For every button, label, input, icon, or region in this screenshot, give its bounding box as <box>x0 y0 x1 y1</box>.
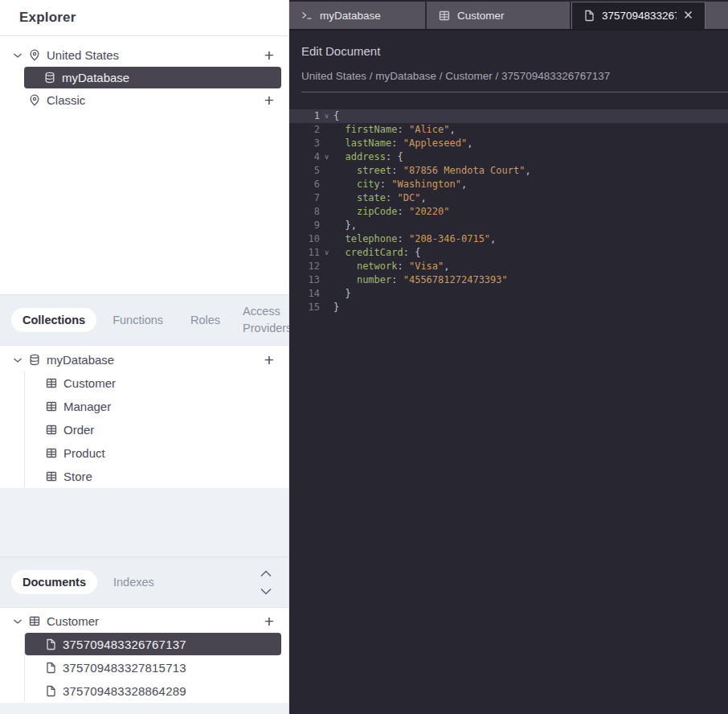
chevron-down-icon[interactable] <box>13 357 22 363</box>
fold-spacer <box>320 301 333 314</box>
chevron-down-icon[interactable] <box>260 588 272 595</box>
fold-spacer <box>320 287 333 301</box>
code-line[interactable]: 8 zipCode: "20220" <box>289 205 728 219</box>
collections-tab-bar: Collections Functions Roles Access Provi… <box>0 294 288 346</box>
table-icon <box>46 378 57 388</box>
code-line[interactable]: 7 state: "DC", <box>289 191 728 205</box>
code-line[interactable]: 10 telephone: "208-346-0715", <box>289 232 728 246</box>
document-header: Edit Document United States / myDatabase… <box>289 31 728 92</box>
code-line[interactable]: 9 }, <box>289 219 728 232</box>
code-line[interactable]: 13 number: "4556781272473393" <box>289 273 728 287</box>
code-line[interactable]: 14 } <box>289 287 728 301</box>
workspace: myDatabase Customer 375709483326767137 E… <box>289 0 728 714</box>
database-icon <box>29 354 40 366</box>
workspace-tab-customer[interactable]: Customer <box>427 2 571 29</box>
code-line[interactable]: 1∨{ <box>289 109 728 123</box>
line-number: 5 <box>289 164 320 178</box>
line-number: 15 <box>289 301 320 314</box>
tab-scroll-controls <box>260 570 277 595</box>
tree-item-label: Store <box>63 470 92 483</box>
code-line[interactable]: 6 city: "Washington", <box>289 178 728 191</box>
workspace-tab-document[interactable]: 375709483326767137 <box>571 2 706 29</box>
table-icon <box>439 10 450 21</box>
add-collection-button[interactable]: + <box>263 351 276 368</box>
tree-item-customer-documents[interactable]: Customer + <box>7 610 281 632</box>
code-line[interactable]: 11∨ creditCard: { <box>289 246 728 260</box>
workspace-tab-label: myDatabase <box>320 10 381 22</box>
collections-children: Customer Manager Order Product Store <box>24 371 288 487</box>
line-number: 6 <box>289 178 320 191</box>
tree-item-collection[interactable]: Store <box>25 465 281 487</box>
page-title: Edit Document <box>301 44 728 58</box>
tree-item-document[interactable]: 375709483328864289 <box>25 679 281 702</box>
add-database-button[interactable]: + <box>263 47 276 64</box>
line-number: 14 <box>289 287 320 301</box>
map-pin-icon <box>29 94 40 106</box>
fold-spacer <box>320 191 333 205</box>
tree-item-label: Customer <box>63 376 116 390</box>
chevron-down-icon[interactable] <box>13 618 22 625</box>
fold-spacer <box>320 205 333 219</box>
table-icon <box>46 401 57 412</box>
tab-documents[interactable]: Documents <box>11 570 97 594</box>
line-number: 4 <box>289 150 320 164</box>
tree-item-collection[interactable]: Manager <box>25 395 281 417</box>
chevron-down-icon[interactable] <box>13 52 22 59</box>
close-tab-button[interactable] <box>684 10 693 22</box>
fold-chevron-icon[interactable]: ∨ <box>320 150 333 164</box>
line-number: 11 <box>289 246 320 260</box>
tree-item-label: United States <box>47 48 119 62</box>
collections-tree: myDatabase + Customer Manager Order <box>0 346 288 488</box>
database-icon <box>44 72 55 84</box>
line-number: 12 <box>289 260 320 273</box>
table-icon <box>29 616 40 626</box>
tree-item-label: Customer <box>47 614 99 628</box>
fold-spacer <box>320 123 333 137</box>
tree-item-mydatabase[interactable]: myDatabase <box>24 67 281 88</box>
tab-roles[interactable]: Roles <box>179 308 231 332</box>
fold-chevron-icon[interactable]: ∨ <box>320 246 333 260</box>
tree-item-collection[interactable]: Customer <box>25 371 281 394</box>
code-line[interactable]: 5 street: "87856 Mendota Court", <box>289 164 728 178</box>
fold-spacer <box>320 232 333 246</box>
workspace-tab-mydatabase[interactable]: myDatabase <box>289 2 427 29</box>
tree-item-classic[interactable]: Classic + <box>7 89 281 111</box>
table-icon <box>46 471 57 482</box>
tree-item-mydatabase-collections[interactable]: myDatabase + <box>7 349 281 371</box>
tree-item-collection[interactable]: Order <box>25 418 281 441</box>
code-line[interactable]: 2 firstName: "Alice", <box>289 123 728 137</box>
tree-item-label: Product <box>63 446 105 460</box>
add-document-button[interactable]: + <box>263 613 276 630</box>
tree-item-document[interactable]: 375709483327815713 <box>25 656 281 679</box>
tree-item-document[interactable]: 375709483326767137 <box>25 633 281 655</box>
tab-functions[interactable]: Functions <box>101 308 174 332</box>
tree-item-label: myDatabase <box>62 71 129 84</box>
map-pin-icon <box>29 49 40 61</box>
tree-item-united-states[interactable]: United States + <box>7 44 281 66</box>
terminal-icon <box>301 10 313 20</box>
table-icon <box>46 425 57 435</box>
code-editor[interactable]: 1∨{2 firstName: "Alice",3 lastName: "App… <box>289 92 728 714</box>
tree-item-label: 375709483328864289 <box>63 684 186 698</box>
tree-item-label: Manager <box>63 400 111 413</box>
code-line[interactable]: 12 network: "Visa", <box>289 260 728 273</box>
code-text: telephone: "208-346-0715", <box>333 232 728 246</box>
add-database-button[interactable]: + <box>263 92 276 109</box>
chevron-up-icon[interactable] <box>260 570 272 577</box>
tab-indexes[interactable]: Indexes <box>102 570 166 594</box>
code-text: }, <box>333 219 728 232</box>
tree-item-collection[interactable]: Product <box>25 441 281 464</box>
document-icon <box>584 10 595 22</box>
line-number: 3 <box>289 137 320 150</box>
code-text: city: "Washington", <box>333 178 728 191</box>
code-line[interactable]: 4∨ address: { <box>289 150 728 164</box>
code-line[interactable]: 15} <box>289 301 728 314</box>
line-number: 10 <box>289 232 320 246</box>
documents-tab-bar: Documents Indexes <box>0 556 288 608</box>
code-line[interactable]: 3 lastName: "Appleseed", <box>289 137 728 150</box>
document-icon <box>46 685 56 697</box>
fold-chevron-icon[interactable]: ∨ <box>320 109 333 123</box>
code-text: number: "4556781272473393" <box>333 273 728 287</box>
tab-collections[interactable]: Collections <box>11 308 96 332</box>
explorer-tree: United States + myDatabase Classic + <box>0 36 288 112</box>
